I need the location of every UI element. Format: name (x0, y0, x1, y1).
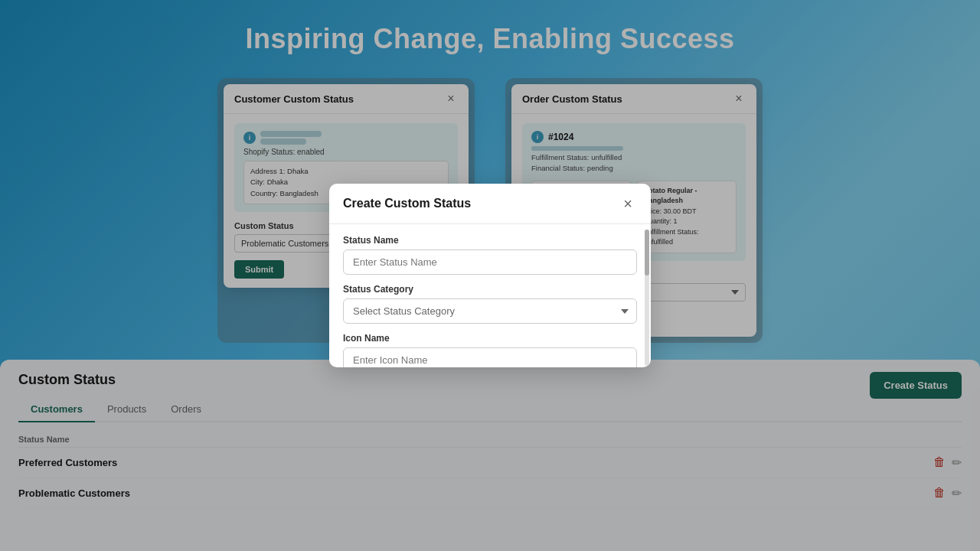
create-modal: Create Custom Status × Status Name Statu… (329, 184, 651, 367)
create-modal-close-button[interactable]: × (619, 194, 637, 213)
status-name-label: Status Name (343, 235, 637, 246)
icon-name-label: Icon Name (343, 333, 637, 344)
status-name-group: Status Name (343, 235, 637, 275)
modal-scrollbar-thumb (645, 230, 649, 276)
status-category-group: Status Category Select Status Category (343, 284, 637, 324)
status-name-input[interactable] (343, 249, 637, 275)
create-modal-overlay[interactable]: Create Custom Status × Status Name Statu… (0, 0, 980, 551)
create-modal-header: Create Custom Status × (329, 184, 651, 224)
create-modal-title: Create Custom Status (343, 197, 471, 210)
status-category-label: Status Category (343, 284, 637, 295)
icon-name-input[interactable] (343, 347, 637, 367)
status-category-select[interactable]: Select Status Category (343, 298, 637, 324)
create-modal-body: Status Name Status Category Select Statu… (329, 224, 651, 367)
modal-scrollbar (645, 230, 649, 366)
icon-name-group: Icon Name Use icon from Shopify Polaris … (343, 333, 637, 367)
